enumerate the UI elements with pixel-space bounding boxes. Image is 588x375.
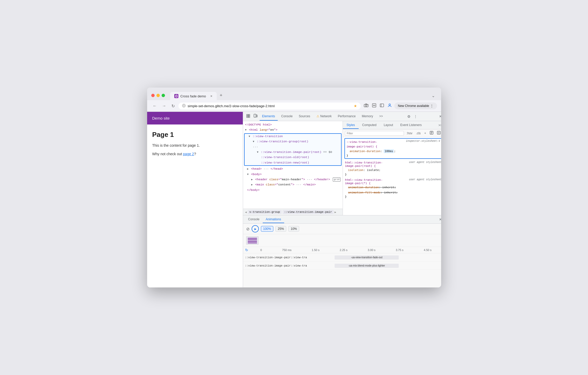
tab-dropdown-button[interactable]: ⌄ xyxy=(429,91,437,100)
share-icon[interactable] xyxy=(371,102,377,110)
bottom-panel-close-button[interactable]: × xyxy=(439,217,441,222)
tab-sources[interactable]: Sources xyxy=(296,112,313,121)
site-icon xyxy=(182,104,186,108)
close-traffic-light[interactable] xyxy=(151,94,155,97)
tab-more[interactable]: >> xyxy=(377,112,386,121)
new-chrome-button[interactable]: New Chrome available ⋮ xyxy=(394,103,437,109)
speed-25-button[interactable]: 25% xyxy=(275,226,286,232)
demo-site-header: Demo site xyxy=(147,112,243,124)
tabs-bar: Cross fade demo × + ⌄ xyxy=(170,91,437,100)
elem-header[interactable]: ▶ <header class="main-header"> ··· </hea… xyxy=(243,177,343,182)
timeline-refresh-icon[interactable]: ↻ xyxy=(245,248,248,252)
animation-list-area xyxy=(243,234,441,247)
content-p2-end: ? xyxy=(194,152,196,156)
highlighted-style-rule: ::view-transition-image-pair(root) { ins… xyxy=(344,138,441,159)
breadcrumb-item-1[interactable]: v-transition-group xyxy=(248,210,282,214)
tab-memory[interactable]: Memory xyxy=(359,112,375,121)
breadcrumb-next-button[interactable]: ▶ xyxy=(335,210,336,214)
styles-tab-styles[interactable]: Styles xyxy=(343,122,359,129)
forward-button[interactable]: → xyxy=(161,103,168,109)
elem-body-close: </body> xyxy=(243,187,343,193)
style-rule-2: html::view-transition-image-pair(*) { us… xyxy=(343,177,441,200)
styles-tab-computed[interactable]: Computed xyxy=(359,122,380,129)
content-p2-text: Why not check out xyxy=(152,152,183,156)
new-chrome-more-icon: ⋮ xyxy=(430,104,433,108)
animation-list-item[interactable] xyxy=(246,236,441,245)
styles-tab-layout[interactable]: Layout xyxy=(380,122,397,129)
animation-icon xyxy=(246,236,259,245)
elem-main[interactable]: ▶ <main class="content"> ··· </main> xyxy=(243,182,343,187)
bottom-tabs: Console Animations × xyxy=(243,215,441,224)
svg-rect-14 xyxy=(247,114,248,116)
elem-view-transition-old[interactable]: ::view-transition-old(root) xyxy=(245,155,341,160)
tab-console[interactable]: Console xyxy=(279,112,295,121)
timeline-label-2: ::view-transition-image-pair::view-tra xyxy=(243,264,315,267)
speed-10-button[interactable]: 10% xyxy=(288,226,299,232)
style-val-anim-dur[interactable]: 100ms xyxy=(384,149,394,153)
animation-controls: ⊘ ▶ 100% 25% 10% xyxy=(243,224,441,234)
styles-tab-more[interactable]: >> xyxy=(437,122,441,128)
breadcrumb-item-2[interactable]: ::view-transition-image-pair xyxy=(283,210,334,214)
new-style-rule-button[interactable] xyxy=(429,130,434,136)
breadcrumb-prev-button[interactable]: ◀ xyxy=(245,210,247,214)
speed-100-button[interactable]: 100% xyxy=(261,226,274,232)
timeline-row-1[interactable]: ::view-transition-image-pair::view-tra -… xyxy=(243,253,441,262)
demo-content: Page 1 This is the content for page 1. W… xyxy=(147,124,243,166)
back-button[interactable]: ← xyxy=(151,103,159,109)
bottom-tab-animations[interactable]: Animations xyxy=(263,216,284,223)
bookmark-icon[interactable]: ★ xyxy=(354,104,357,108)
cls-button[interactable]: .cls xyxy=(415,131,422,136)
profile-icon[interactable] xyxy=(387,102,393,110)
computed-style-button[interactable] xyxy=(436,130,441,136)
devtools-close-button[interactable]: × xyxy=(439,114,441,119)
hov-button[interactable]: :hov xyxy=(405,131,413,136)
play-icon: ▶ xyxy=(254,228,257,230)
styles-tabs: Styles Computed Layout Event Listeners >… xyxy=(343,121,441,129)
animation-cancel-button[interactable]: ⊘ xyxy=(246,226,250,231)
tab-close-button[interactable]: × xyxy=(210,94,212,98)
page-2-link[interactable]: page 2 xyxy=(183,152,194,156)
elem-body[interactable]: ▼ <body> xyxy=(243,172,343,177)
sidebar-icon[interactable] xyxy=(379,103,385,109)
element-picker-button[interactable] xyxy=(245,113,251,120)
devtools-panels: <!DOCTYPE html> ▼ <html lang="en"> ▼ ::v… xyxy=(243,121,441,215)
elements-content[interactable]: <!DOCTYPE html> ▼ <html lang="en"> ▼ ::v… xyxy=(243,121,343,209)
address-bar[interactable]: simple-set-demos.glitch.me/2-slow-cross-… xyxy=(178,103,361,110)
tab-elements[interactable]: Elements xyxy=(260,112,278,121)
elements-panel: <!DOCTYPE html> ▼ <html lang="en"> ▼ ::v… xyxy=(243,121,343,215)
tab-performance[interactable]: Performance xyxy=(335,112,358,121)
styles-panel: Styles Computed Layout Event Listeners >… xyxy=(343,121,441,215)
tab-network[interactable]: ⚠ Network xyxy=(314,112,334,121)
devtools-settings-button[interactable]: ⚙ xyxy=(406,113,412,120)
elem-view-transition-group[interactable]: ▼ ::view-transition-group(root) xyxy=(245,139,341,144)
active-tab[interactable]: Cross fade demo × xyxy=(170,92,217,100)
timeline-bar-2: -ua-mix-blend-mode-plus-lighter xyxy=(335,264,399,268)
animation-play-button[interactable]: ▶ xyxy=(252,225,259,232)
styles-filter-bar: :hov .cls + xyxy=(343,129,441,137)
elem-view-transition-new[interactable]: ::view-transition-new(root) xyxy=(245,160,341,165)
marker-750: 750 ms xyxy=(282,248,291,252)
elem-head[interactable]: ▶ <head> ··· </head> xyxy=(243,166,343,171)
timeline-label-1: ::view-transition-image-pair::view-tra xyxy=(243,256,315,259)
bottom-tab-console[interactable]: Console xyxy=(245,216,263,223)
devtools-more-button[interactable]: ⋮ xyxy=(413,113,418,120)
style-rule-selector-highlighted: ::view-transition-image-pair(root) { ins… xyxy=(346,140,440,149)
minimize-traffic-light[interactable] xyxy=(156,94,160,97)
styles-tab-event-listeners[interactable]: Event Listeners xyxy=(397,122,425,129)
timeline-row-2[interactable]: ::view-transition-image-pair::view-tra -… xyxy=(243,262,441,270)
main-area: Demo site Page 1 This is the content for… xyxy=(147,112,441,287)
style-source-highlighted[interactable]: inspector-stylesheet:4 xyxy=(406,140,440,143)
marker-0: 0 xyxy=(260,248,262,252)
elem-view-transition-image-pair[interactable]: ▼ ::view-transition-image-pair(root) == … xyxy=(245,150,341,155)
camera-icon[interactable] xyxy=(363,103,370,109)
reload-button[interactable]: ↻ xyxy=(170,103,176,110)
device-toolbar-button[interactable] xyxy=(252,113,259,120)
nav-actions: New Chrome available ⋮ xyxy=(363,102,437,110)
new-tab-button[interactable]: + xyxy=(217,91,226,100)
add-style-button[interactable]: + xyxy=(423,131,427,136)
elem-view-transition[interactable]: ▼ ::view-transition xyxy=(245,134,341,139)
marker-225: 2.25 s xyxy=(340,248,348,252)
styles-filter-input[interactable] xyxy=(345,131,404,136)
elem-html[interactable]: ▼ <html lang="en"> xyxy=(243,127,343,132)
maximize-traffic-light[interactable] xyxy=(162,94,165,97)
